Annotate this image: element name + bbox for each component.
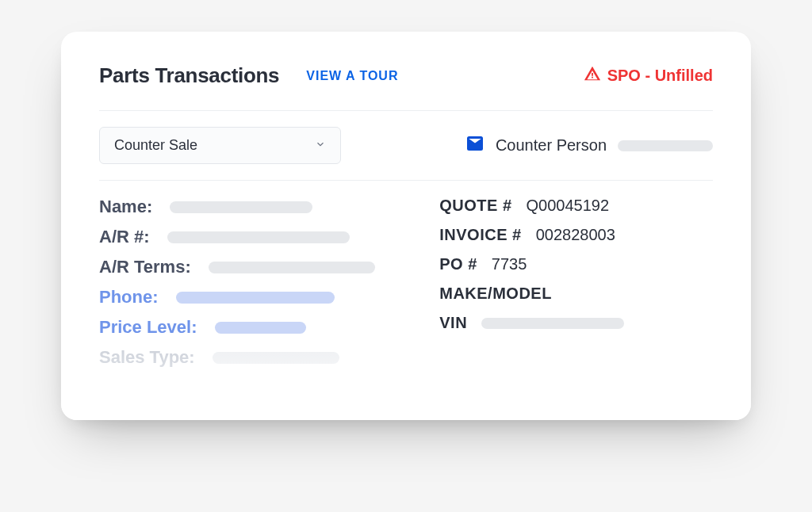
view-tour-link[interactable]: VIEW A TOUR: [306, 69, 398, 83]
field-sales-type: Sales Type:: [99, 347, 400, 368]
counter-person-label: Counter Person: [496, 136, 607, 155]
sales-type-value-placeholder: [213, 352, 339, 364]
po-label: PO #: [439, 255, 477, 273]
ar-terms-value-placeholder: [209, 262, 375, 273]
name-label: Name:: [99, 197, 152, 217]
ar-number-value-placeholder: [167, 231, 350, 243]
transaction-type-selected: Counter Sale: [114, 137, 197, 154]
field-price-level[interactable]: Price Level:: [99, 317, 400, 338]
status-badge: SPO - Unfilled: [584, 65, 713, 86]
make-model-label: MAKE/MODEL: [439, 285, 552, 303]
field-invoice: INVOICE # 002828003: [439, 226, 713, 244]
field-po: PO # 7735: [439, 255, 713, 273]
page-title: Parts Transactions: [99, 63, 279, 88]
quote-label: QUOTE #: [439, 197, 511, 215]
warning-icon: [584, 65, 601, 86]
quote-value: Q00045192: [527, 197, 610, 215]
field-ar-terms: A/R Terms:: [99, 257, 400, 277]
price-level-value-placeholder: [215, 322, 306, 334]
info-grid: Name: A/R #: A/R Terms: Phone: Price Lev…: [99, 197, 713, 377]
invoice-label: INVOICE #: [439, 226, 521, 244]
phone-value-placeholder: [176, 292, 335, 304]
divider: [99, 180, 713, 181]
phone-label: Phone:: [99, 287, 159, 308]
chevron-down-icon: [315, 137, 326, 154]
field-quote: QUOTE # Q00045192: [439, 197, 713, 215]
field-name: Name:: [99, 197, 400, 217]
parts-transactions-card: Parts Transactions VIEW A TOUR SPO - Unf…: [61, 32, 751, 420]
ar-terms-label: A/R Terms:: [99, 257, 191, 277]
sales-type-label: Sales Type:: [99, 347, 195, 368]
ar-number-label: A/R #:: [99, 227, 150, 247]
right-column: QUOTE # Q00045192 INVOICE # 002828003 PO…: [431, 197, 713, 377]
invoice-value: 002828003: [536, 226, 615, 244]
vin-label: VIN: [439, 314, 467, 332]
status-text: SPO - Unfilled: [607, 67, 713, 85]
field-vin: VIN: [439, 314, 713, 332]
divider: [99, 110, 713, 111]
left-column: Name: A/R #: A/R Terms: Phone: Price Lev…: [99, 197, 400, 377]
header-row: Parts Transactions VIEW A TOUR SPO - Unf…: [99, 63, 713, 88]
field-make-model: MAKE/MODEL: [439, 285, 713, 303]
vin-value-placeholder: [481, 318, 624, 329]
transaction-type-select[interactable]: Counter Sale: [99, 127, 341, 164]
price-level-label: Price Level:: [99, 317, 197, 338]
envelope-icon[interactable]: [465, 134, 485, 157]
counter-person-group: Counter Person: [465, 134, 713, 157]
field-phone[interactable]: Phone:: [99, 287, 400, 308]
name-value-placeholder: [170, 201, 312, 213]
po-value: 7735: [492, 255, 527, 273]
field-ar-number: A/R #:: [99, 227, 400, 247]
counter-person-value-placeholder: [618, 140, 713, 151]
controls-row: Counter Sale Counter Person: [99, 127, 713, 164]
header-left: Parts Transactions VIEW A TOUR: [99, 63, 398, 88]
